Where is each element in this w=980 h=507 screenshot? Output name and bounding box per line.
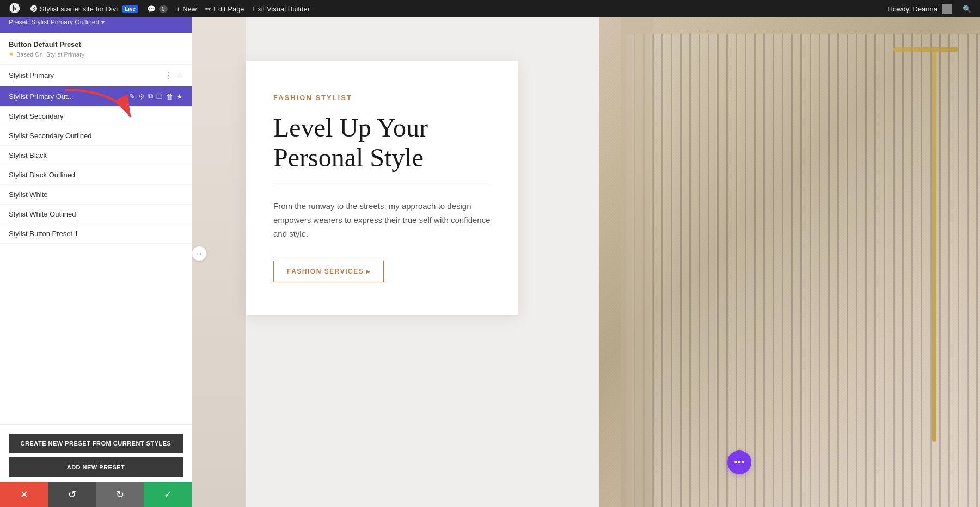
save-button[interactable]: ✓ bbox=[144, 482, 192, 507]
button-settings-panel: Button Settings ⬜ ⊟ ⋮ Preset: Stylist Pr… bbox=[0, 0, 192, 507]
user-name: Howdy, Deanna bbox=[887, 5, 938, 13]
preset-name: Preset: Stylist Primary Outlined bbox=[9, 18, 99, 26]
preset-item-actions: ✎ ⚙ ⧉ ❐ 🗑 ★ bbox=[129, 92, 183, 101]
default-preset-sub: ★ Based On: Stylist Primary bbox=[9, 51, 183, 58]
new-link[interactable]: + New bbox=[172, 0, 201, 17]
delete-icon[interactable]: 🗑 bbox=[166, 92, 173, 101]
wp-admin-bar: 🅦 🅢 Stylist starter site for Divi Live 💬… bbox=[0, 0, 980, 17]
redo-icon: ↻ bbox=[116, 489, 124, 500]
hero-card: FASHION STYLIST Level Up Your Personal S… bbox=[246, 61, 518, 315]
preset-item-stylist-secondary[interactable]: Stylist Secondary bbox=[0, 107, 192, 126]
edit-icon[interactable]: ✎ bbox=[129, 92, 135, 101]
undo-button[interactable]: ↺ bbox=[48, 482, 96, 507]
main-content: FASHION STYLIST Level Up Your Personal S… bbox=[192, 17, 980, 507]
user-greeting[interactable]: Howdy, Deanna bbox=[883, 0, 956, 17]
preset-item-label: Stylist Secondary Outlined bbox=[9, 132, 183, 140]
more-options-icon[interactable]: ⋮ bbox=[164, 70, 173, 81]
star-outline-icon[interactable]: ☆ bbox=[176, 71, 183, 79]
comments-link[interactable]: 💬 0 bbox=[143, 0, 172, 17]
add-preset-button[interactable]: ADD NEW PRESET bbox=[9, 457, 183, 477]
duplicate-icon[interactable]: ⧉ bbox=[148, 92, 153, 101]
new-label: New bbox=[182, 5, 197, 13]
hero-text: From the runway to the streets, my appro… bbox=[273, 199, 491, 241]
preset-item-label: Stylist Primary bbox=[9, 71, 164, 79]
wp-icon: 🅦 bbox=[10, 3, 21, 15]
preset-item-label: Stylist Primary Out... bbox=[9, 92, 129, 101]
preset-item-label: Stylist Secondary bbox=[9, 112, 183, 120]
preset-item-label: Stylist Button Preset 1 bbox=[9, 230, 183, 238]
star-filled-icon[interactable]: ★ bbox=[176, 92, 183, 101]
bg-image-left bbox=[192, 17, 246, 507]
hero-divider bbox=[273, 186, 491, 186]
dropdown-arrow-icon: ▾ bbox=[101, 18, 105, 26]
wp-logo[interactable]: 🅦 bbox=[4, 0, 26, 17]
edit-page-label: Edit Page bbox=[213, 5, 244, 13]
close-button[interactable]: ✕ bbox=[0, 482, 48, 507]
redo-button[interactable]: ↻ bbox=[96, 482, 144, 507]
resize-icon: ↔ bbox=[195, 249, 203, 258]
fashion-services-button[interactable]: FASHION SERVICES ▸ bbox=[273, 261, 384, 282]
hero-section: FASHION STYLIST Level Up Your Personal S… bbox=[192, 17, 980, 507]
bottom-toolbar: ✕ ↺ ↻ ✓ bbox=[0, 482, 192, 507]
exit-builder-link[interactable]: Exit Visual Builder bbox=[249, 0, 315, 17]
user-avatar bbox=[942, 4, 952, 14]
preset-item-stylist-black[interactable]: Stylist Black bbox=[0, 146, 192, 165]
ellipsis-icon: ••• bbox=[734, 457, 745, 468]
preset-item-stylist-black-outlined[interactable]: Stylist Black Outlined bbox=[0, 165, 192, 185]
live-badge: Live bbox=[122, 5, 138, 13]
preset-item-stylist-button-preset-1[interactable]: Stylist Button Preset 1 bbox=[0, 224, 192, 244]
preset-item-stylist-white-outlined[interactable]: Stylist White Outlined bbox=[0, 205, 192, 224]
preset-item-label: Stylist White Outlined bbox=[9, 210, 183, 218]
hero-title: Level Up Your Personal Style bbox=[273, 113, 491, 172]
site-name-link[interactable]: 🅢 Stylist starter site for Divi Live bbox=[26, 0, 143, 17]
settings-icon[interactable]: ⚙ bbox=[138, 92, 145, 101]
floating-action-button[interactable]: ••• bbox=[727, 450, 751, 474]
preset-item-stylist-primary-outlined[interactable]: Stylist Primary Out... ✎ ⚙ ⧉ ❐ 🗑 ★ bbox=[0, 86, 192, 107]
create-preset-button[interactable]: CREATE NEW PRESET FROM CURRENT STYLES bbox=[9, 434, 183, 453]
preset-item-stylist-white[interactable]: Stylist White bbox=[0, 185, 192, 205]
search-button[interactable]: 🔍 bbox=[958, 0, 976, 17]
preset-item-stylist-secondary-outlined[interactable]: Stylist Secondary Outlined bbox=[0, 126, 192, 146]
panel-subtitle[interactable]: Preset: Stylist Primary Outlined ▾ bbox=[9, 18, 183, 26]
preset-item-stylist-primary[interactable]: Stylist Primary ⋮ ☆ bbox=[0, 65, 192, 86]
copy-icon[interactable]: ❐ bbox=[156, 92, 163, 101]
search-icon: 🔍 bbox=[963, 5, 971, 13]
preset-item-label: Stylist White bbox=[9, 190, 183, 199]
exit-builder-label: Exit Visual Builder bbox=[253, 5, 310, 13]
star-icon: ★ bbox=[9, 51, 14, 58]
site-name: Stylist starter site for Divi bbox=[40, 5, 118, 13]
shirt-pattern-overlay bbox=[626, 34, 980, 507]
hero-background-image bbox=[599, 17, 980, 507]
preset-item-label: Stylist Black bbox=[9, 151, 183, 159]
undo-icon: ↺ bbox=[68, 489, 76, 500]
comment-count: 0 bbox=[159, 5, 168, 13]
preset-dropdown: Button Default Preset ★ Based On: Stylis… bbox=[0, 33, 192, 424]
preset-item-label: Stylist Black Outlined bbox=[9, 171, 183, 179]
plus-icon: + bbox=[176, 5, 181, 13]
comment-icon: 💬 bbox=[147, 5, 156, 13]
edit-page-link[interactable]: ✏ Edit Page bbox=[201, 0, 248, 17]
site-icon: 🅢 bbox=[30, 5, 38, 13]
default-preset-item[interactable]: Button Default Preset ★ Based On: Stylis… bbox=[0, 33, 192, 65]
wp-bar-right: Howdy, Deanna 🔍 bbox=[883, 0, 976, 17]
default-preset-title: Button Default Preset bbox=[9, 40, 183, 48]
panel-resize-handle[interactable]: ↔ bbox=[192, 246, 207, 261]
pencil-icon: ✏ bbox=[205, 5, 211, 13]
hero-tag: FASHION STYLIST bbox=[273, 94, 491, 102]
save-icon: ✓ bbox=[164, 489, 172, 500]
close-icon: ✕ bbox=[20, 489, 28, 500]
based-on-label: Based On: Stylist Primary bbox=[16, 51, 84, 58]
